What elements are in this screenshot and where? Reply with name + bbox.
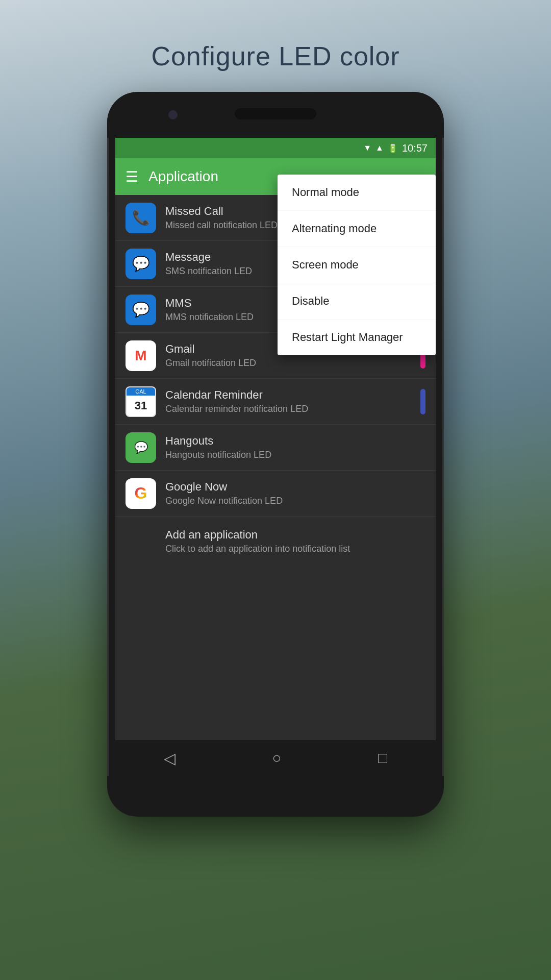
add-icon-space bbox=[126, 526, 156, 556]
add-item-subtitle: Click to add an application into notific… bbox=[165, 544, 425, 554]
dropdown-item-restart[interactable]: Restart Light Manager bbox=[278, 320, 436, 355]
googlenow-text: Google Now Google Now notification LED bbox=[165, 480, 425, 506]
hangouts-icon: 💬 bbox=[126, 432, 156, 463]
phone-top-bezel bbox=[107, 92, 444, 138]
signal-icon: ▲ bbox=[375, 143, 384, 153]
dropdown-item-screen[interactable]: Screen mode bbox=[278, 247, 436, 283]
calendar-subtitle: Calendar reminder notification LED bbox=[165, 404, 415, 414]
calendar-text: Calendar Reminder Calendar reminder noti… bbox=[165, 388, 415, 414]
add-item-text: Add an application Click to add an appli… bbox=[165, 528, 425, 554]
dropdown-item-alternating[interactable]: Alternating mode bbox=[278, 211, 436, 247]
mms-icon: 💬 bbox=[126, 295, 156, 325]
dropdown-item-disable[interactable]: Disable bbox=[278, 283, 436, 320]
cal-number: 31 bbox=[127, 396, 155, 416]
dropdown-menu: Normal mode Alternating mode Screen mode… bbox=[278, 175, 436, 355]
googlenow-title: Google Now bbox=[165, 480, 425, 494]
list-item-hangouts[interactable]: 💬 Hangouts Hangouts notification LED bbox=[115, 425, 436, 471]
phone-screen: ▼ ▲ 🔋 10:57 ☰ Application Normal mode Al… bbox=[115, 138, 436, 776]
battery-icon: 🔋 bbox=[388, 143, 398, 153]
hamburger-icon[interactable]: ☰ bbox=[126, 168, 138, 185]
add-item-title: Add an application bbox=[165, 528, 425, 542]
hangouts-text: Hangouts Hangouts notification LED bbox=[165, 434, 425, 460]
phone-speaker bbox=[235, 108, 316, 119]
calendar-led bbox=[420, 389, 425, 414]
phone-camera bbox=[168, 110, 178, 119]
home-button[interactable]: ○ bbox=[257, 744, 296, 772]
hangouts-title: Hangouts bbox=[165, 434, 425, 448]
missed-call-icon: 📞 bbox=[126, 203, 156, 233]
status-icons: ▼ ▲ 🔋 10:57 bbox=[363, 142, 428, 154]
calendar-title: Calendar Reminder bbox=[165, 388, 415, 402]
message-icon: 💬 bbox=[126, 249, 156, 279]
recents-button[interactable]: □ bbox=[363, 744, 403, 772]
phone-frame: ▼ ▲ 🔋 10:57 ☰ Application Normal mode Al… bbox=[107, 92, 444, 817]
status-bar: ▼ ▲ 🔋 10:57 bbox=[115, 138, 436, 158]
list-item-calendar[interactable]: CAL 31 Calendar Reminder Calendar remind… bbox=[115, 379, 436, 425]
status-time: 10:57 bbox=[402, 142, 428, 154]
googlenow-subtitle: Google Now notification LED bbox=[165, 496, 425, 506]
hangouts-subtitle: Hangouts notification LED bbox=[165, 450, 425, 460]
back-button[interactable]: ◁ bbox=[148, 744, 191, 772]
googlenow-icon: G bbox=[126, 478, 156, 509]
list-item-googlenow[interactable]: G Google Now Google Now notification LED bbox=[115, 471, 436, 517]
cal-header: CAL bbox=[127, 387, 155, 396]
phone-bottom-bezel bbox=[107, 776, 444, 817]
gmail-icon: M bbox=[126, 340, 156, 371]
dropdown-item-normal[interactable]: Normal mode bbox=[278, 175, 436, 211]
bottom-nav: ◁ ○ □ bbox=[115, 740, 436, 776]
wifi-icon: ▼ bbox=[363, 143, 371, 153]
calendar-icon: CAL 31 bbox=[126, 386, 156, 417]
add-application-item[interactable]: Add an application Click to add an appli… bbox=[115, 517, 436, 566]
page-title: Configure LED color bbox=[151, 41, 399, 71]
gmail-subtitle: Gmail notification LED bbox=[165, 358, 415, 369]
